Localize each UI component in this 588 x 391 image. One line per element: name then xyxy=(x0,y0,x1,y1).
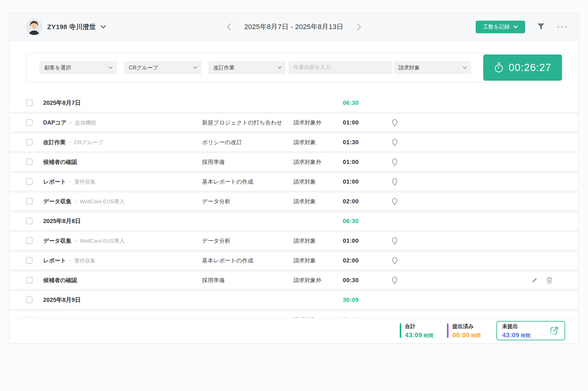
date-label: 2025年8月7日 xyxy=(43,94,81,112)
date-label: 2025年8月8日 xyxy=(43,212,81,230)
submitted-label: 提出済み xyxy=(452,323,481,330)
project-label: データ収集 ・ WellCare EUS導入 xyxy=(43,193,125,211)
billing-select-label: 請求対象 xyxy=(398,64,420,71)
edit-icon[interactable] xyxy=(531,277,538,284)
row-separator xyxy=(10,289,578,291)
row-checkbox[interactable] xyxy=(26,119,33,126)
unsubmitted-summary[interactable]: 未提出 43:09時間 xyxy=(496,321,565,340)
location-pin-icon[interactable] xyxy=(392,198,398,206)
row-checkbox[interactable] xyxy=(26,237,33,244)
billing-status: 請求対象外 xyxy=(293,114,322,131)
location-pin-icon[interactable] xyxy=(392,119,398,127)
work-description-input[interactable] xyxy=(288,61,392,74)
billing-select[interactable]: 請求対象 xyxy=(393,61,471,74)
date-label: 2025年8月9日 xyxy=(43,291,81,309)
location-pin-icon[interactable] xyxy=(392,277,398,284)
date-navigation: 2025年8月7日 - 2025年8月13日 xyxy=(226,22,361,32)
next-week-icon[interactable] xyxy=(357,23,361,31)
total-label: 合計 xyxy=(405,323,433,330)
task-row: データ収集 ・ WellCare EUS導入データ分析請求対象02:00 xyxy=(10,193,578,210)
day-total: 30:09 xyxy=(343,291,359,309)
project-label: データ収集 ・ WellCare EUS導入 xyxy=(43,232,125,250)
row-separator xyxy=(10,190,578,193)
task-label: データ分析 xyxy=(202,193,231,210)
project-label: レポート ・ 要件収集 xyxy=(43,252,96,270)
customer-select[interactable]: 顧客を選択 xyxy=(39,61,117,74)
filter-icon[interactable] xyxy=(537,23,545,31)
task-label: データ分析 xyxy=(202,232,231,250)
unsubmitted-unit: 時間 xyxy=(521,333,530,338)
submitted-value: 00:00 xyxy=(452,331,469,338)
billing-status: 請求対象 xyxy=(293,311,316,318)
row-checkbox[interactable] xyxy=(26,277,33,283)
project-label: 候補者の確認 xyxy=(43,153,77,171)
more-options-icon[interactable] xyxy=(557,26,567,28)
task-row: 候補者の確認採用準備請求対象外01:00 xyxy=(10,153,578,171)
row-checkbox[interactable] xyxy=(26,257,33,264)
date-row: 2025年8月9日30:09 xyxy=(10,291,578,309)
prev-week-icon[interactable] xyxy=(226,23,231,31)
location-pin-icon[interactable] xyxy=(392,139,398,146)
billing-status: 請求対象 xyxy=(293,252,316,269)
row-checkbox[interactable] xyxy=(26,178,33,185)
task-row: 候補者の確認採用準備請求対象外00:30 xyxy=(10,272,578,289)
user-name[interactable]: ZY198 寺川澄世 xyxy=(47,23,96,31)
billing-status: 請求対象 xyxy=(293,193,316,210)
timesheet-card: ZY198 寺川澄世 2025年8月7日 - 2025年8月13日 工数を記録 xyxy=(9,13,578,343)
card-header: ZY198 寺川澄世 2025年8月7日 - 2025年8月13日 工数を記録 xyxy=(10,13,578,41)
summary-footer: 合計 43:09時間 提出済み 00:00時間 未提出 43:09時間 xyxy=(10,318,578,343)
duration-value: 01:30 xyxy=(343,134,359,151)
submitted-color-bar xyxy=(447,323,449,338)
date-range-label: 2025年8月7日 - 2025年8月13日 xyxy=(244,22,343,32)
project-sub-label: ・ WellCare EUS導入 xyxy=(72,238,125,244)
row-checkbox[interactable] xyxy=(26,159,33,165)
chevron-down-icon xyxy=(109,66,113,69)
project-sub-label: ・ 要件収集 xyxy=(66,179,95,185)
row-checkbox[interactable] xyxy=(26,99,33,106)
project-sub-label: ・ CRグループ xyxy=(66,140,103,145)
task-label: 基本レポートの作成 xyxy=(202,252,253,269)
export-icon[interactable] xyxy=(549,326,559,336)
row-checkbox[interactable] xyxy=(26,297,33,303)
row-separator xyxy=(10,171,578,173)
task-select-label: 改訂作業 xyxy=(213,64,235,71)
row-checkbox[interactable] xyxy=(26,139,33,145)
duration-value: 00:30 xyxy=(343,272,359,289)
timesheet-rows: 2025年8月7日06:30DAPコア ・ 追加機能新規プロジェクトの打ち合わせ… xyxy=(10,94,578,318)
location-pin-icon[interactable] xyxy=(392,178,398,186)
task-row: データ収集 ・ WellCare EUS導入データ分析請求対象01:00 xyxy=(10,232,578,250)
duration-value: 01:00 xyxy=(343,173,359,190)
unsubmitted-label: 未提出 xyxy=(502,323,530,330)
task-label: 基本レポートの作成 xyxy=(202,173,253,190)
row-separator xyxy=(10,112,578,114)
avatar[interactable] xyxy=(26,19,42,35)
chevron-down-icon[interactable] xyxy=(100,25,106,29)
day-total: 06:30 xyxy=(343,212,359,230)
row-separator xyxy=(10,269,578,272)
duration-value: 01:00 xyxy=(343,232,359,250)
row-separator xyxy=(10,230,578,232)
running-timer[interactable]: 00:26:27 xyxy=(483,54,562,81)
submitted-unit: 時間 xyxy=(471,333,481,338)
project-label: 改訂作業 ・ CRグループ xyxy=(43,134,103,151)
task-select[interactable]: 改訂作業 xyxy=(208,61,286,74)
location-pin-icon[interactable] xyxy=(392,237,398,245)
task-row: DAPコア ・ 追加機能新規プロジェクトの打ち合わせ請求対象外01:00 xyxy=(10,114,578,131)
billing-status: 請求対象外 xyxy=(293,153,322,171)
date-row: 2025年8月7日06:30 xyxy=(10,94,578,112)
task-label: 採用準備 xyxy=(202,272,225,289)
group-select-label: CRグループ xyxy=(129,64,158,71)
delete-icon[interactable] xyxy=(546,277,552,284)
group-select[interactable]: CRグループ xyxy=(124,61,201,74)
location-pin-icon[interactable] xyxy=(392,257,398,265)
row-checkbox[interactable] xyxy=(26,218,33,224)
billing-status: 請求対象 xyxy=(293,134,316,151)
record-hours-label: 工数を記録 xyxy=(483,23,509,30)
date-row: 2025年8月8日06:30 xyxy=(10,212,578,230)
row-checkbox[interactable] xyxy=(26,198,33,205)
record-hours-button[interactable]: 工数を記録 xyxy=(476,21,525,33)
timer-value: 00:26:27 xyxy=(509,62,551,74)
location-pin-icon[interactable] xyxy=(392,158,398,166)
chevron-down-icon xyxy=(513,25,518,28)
unsubmitted-value: 43:09 xyxy=(502,331,519,338)
